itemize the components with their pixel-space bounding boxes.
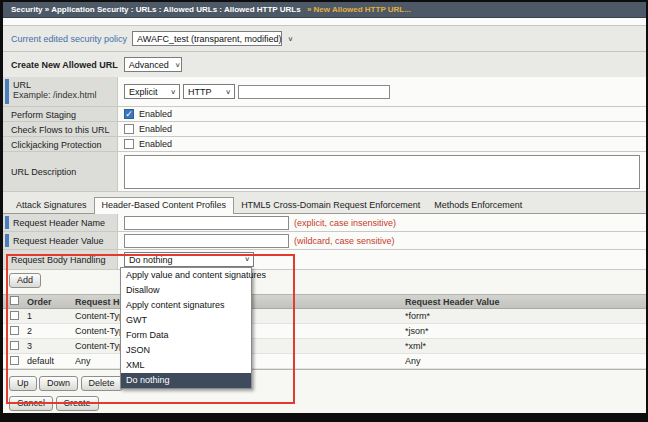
url-input[interactable] <box>238 85 390 99</box>
cancel-button[interactable]: Cancel <box>9 396 53 411</box>
spacer <box>3 18 646 25</box>
row-checkbox[interactable] <box>10 311 19 320</box>
row-header-value: *form* <box>405 311 646 321</box>
perform-staging-label: Perform Staging <box>3 107 118 121</box>
request-header-value-row: Request Header Value (wildcard, case sen… <box>3 232 646 250</box>
dropdown-option[interactable]: Apply value and content signatures <box>121 268 251 283</box>
chevron-down-icon: ∨ <box>170 88 176 95</box>
clickjacking-value: Enabled <box>118 137 646 151</box>
request-body-handling-row: Request Body Handling Do nothing ∨ <box>3 250 646 270</box>
dropdown-option[interactable]: Form Data <box>121 328 251 343</box>
check-flows-label: Check Flows to this URL <box>3 122 118 136</box>
clickjacking-label: Clickjacking Protection <box>3 137 118 151</box>
url-match-value: Explicit <box>129 87 158 97</box>
clickjacking-row: Clickjacking Protection Enabled <box>3 137 646 152</box>
check-flows-row: Check Flows to this URL Enabled <box>3 122 646 137</box>
request-body-handling-label: Request Body Handling <box>3 250 118 269</box>
chevron-down-icon: ∨ <box>175 61 181 68</box>
request-header-name-input[interactable] <box>124 216 289 230</box>
description-value <box>118 152 646 191</box>
clickjacking-checkbox[interactable] <box>124 139 134 149</box>
check-flows-value: Enabled <box>118 122 646 136</box>
url-form: URL Example: /index.html Explicit ∨ HTTP… <box>3 77 646 192</box>
dropdown-option[interactable]: Disallow <box>121 283 251 298</box>
tab-panel: Request Header Name (explicit, case inse… <box>3 213 646 422</box>
policy-select[interactable]: AWAFC_test (transparent, modified) ∨ <box>132 31 282 46</box>
row-checkbox[interactable] <box>10 326 19 335</box>
request-header-name-hint: (explicit, case insensitive) <box>294 218 396 228</box>
row-order: 3 <box>27 341 75 351</box>
dropdown-option[interactable]: Apply content signatures <box>121 298 251 313</box>
policy-select-value: AWAFC_test (transparent, modified) <box>137 34 281 44</box>
request-header-value-input[interactable] <box>124 234 289 248</box>
chevron-down-icon: ∨ <box>225 88 231 95</box>
request-header-value-hint: (wildcard, case sensitive) <box>294 236 395 246</box>
create-button[interactable]: Create <box>56 396 99 411</box>
request-header-name-row: Request Header Name (explicit, case inse… <box>3 214 646 232</box>
view-mode-select[interactable]: Advanced ∨ <box>124 57 182 72</box>
description-row: URL Description <box>3 152 646 192</box>
url-row: URL Example: /index.html Explicit ∨ HTTP… <box>3 77 646 107</box>
tab-header-based-content-profiles[interactable]: Header-Based Content Profiles <box>94 197 235 214</box>
url-example: Example: /index.html <box>13 90 113 100</box>
request-header-value-value: (wildcard, case sensitive) <box>118 232 646 249</box>
table-header-row: Order Request Header Name Request Header… <box>3 294 646 309</box>
select-all-checkbox[interactable] <box>10 296 19 305</box>
dropdown-option-selected[interactable]: Do nothing <box>121 373 251 388</box>
tab-attack-signatures[interactable]: Attack Signatures <box>9 198 94 213</box>
app-window: Security » Application Security : URLs :… <box>0 0 648 422</box>
row-order: 1 <box>27 311 75 321</box>
form-action-row: Cancel Create <box>3 393 646 413</box>
table-row: default Any Any <box>3 354 646 369</box>
chevron-down-icon: ∨ <box>244 256 250 263</box>
tab-bar: Attack Signatures Header-Based Content P… <box>3 196 646 213</box>
url-match-select[interactable]: Explicit ∨ <box>124 84 180 99</box>
url-scheme-value: HTTP <box>188 87 212 97</box>
dropdown-option[interactable]: GWT <box>121 313 251 328</box>
page-header: Create New Allowed URL Advanced ∨ <box>3 52 646 77</box>
row-checkbox[interactable] <box>10 341 19 350</box>
dropdown-option[interactable]: JSON <box>121 343 251 358</box>
column-request-header-value: Request Header Value <box>405 297 646 307</box>
row-checkbox[interactable] <box>10 356 19 365</box>
down-button[interactable]: Down <box>39 376 78 391</box>
row-order: 2 <box>27 326 75 336</box>
page-title: Create New Allowed URL <box>11 60 118 70</box>
request-header-value-label: Request Header Value <box>3 232 118 249</box>
tab-methods-enforcement[interactable]: Methods Enforcement <box>427 198 529 213</box>
tab-html5-cross-domain[interactable]: HTML5 Cross-Domain Request Enforcement <box>234 198 427 213</box>
perform-staging-row: Perform Staging ✓ Enabled <box>3 107 646 122</box>
row-header-value: Any <box>405 356 646 366</box>
row-header-value: *xml* <box>405 341 646 351</box>
request-body-handling-dropdown-list: Apply value and content signatures Disal… <box>120 267 252 389</box>
url-scheme-select[interactable]: HTTP ∨ <box>183 84 235 99</box>
dropdown-option[interactable]: XML <box>121 358 251 373</box>
chevron-down-icon: ∨ <box>287 35 293 42</box>
url-description-textarea[interactable] <box>124 155 640 189</box>
check-flows-checkbox-label: Enabled <box>139 124 172 134</box>
breadcrumb: Security » Application Security : URLs :… <box>3 2 646 18</box>
table-row: 2 Content-Type *json* <box>3 324 646 339</box>
perform-staging-checkbox[interactable]: ✓ <box>124 109 134 119</box>
add-button[interactable]: Add <box>9 273 41 288</box>
delete-button[interactable]: Delete <box>81 376 123 391</box>
column-order: Order <box>27 297 75 307</box>
url-value-cell: Explicit ∨ HTTP ∨ <box>118 77 646 106</box>
breadcrumb-path[interactable]: Security » Application Security : URLs :… <box>11 5 301 14</box>
up-button[interactable]: Up <box>9 376 37 391</box>
request-header-name-label: Request Header Name <box>3 214 118 231</box>
table-row: 1 Content-Type *form* <box>3 309 646 324</box>
check-flows-checkbox[interactable] <box>124 124 134 134</box>
breadcrumb-current: » New Allowed HTTP URL... <box>307 5 411 14</box>
footer-band <box>3 413 646 422</box>
header-profiles-table: Order Request Header Name Request Header… <box>3 294 646 370</box>
url-label-cell: URL Example: /index.html <box>3 77 118 106</box>
request-body-handling-select[interactable]: Do nothing ∨ <box>124 252 254 267</box>
request-header-name-value: (explicit, case insensitive) <box>118 214 646 231</box>
description-label: URL Description <box>3 152 118 191</box>
clickjacking-checkbox-label: Enabled <box>139 139 172 149</box>
table-row: 3 Content-Type *xml* <box>3 339 646 354</box>
url-label: URL <box>13 80 113 90</box>
profile-form: Request Header Name (explicit, case inse… <box>3 214 646 270</box>
view-mode-value: Advanced <box>129 60 169 70</box>
